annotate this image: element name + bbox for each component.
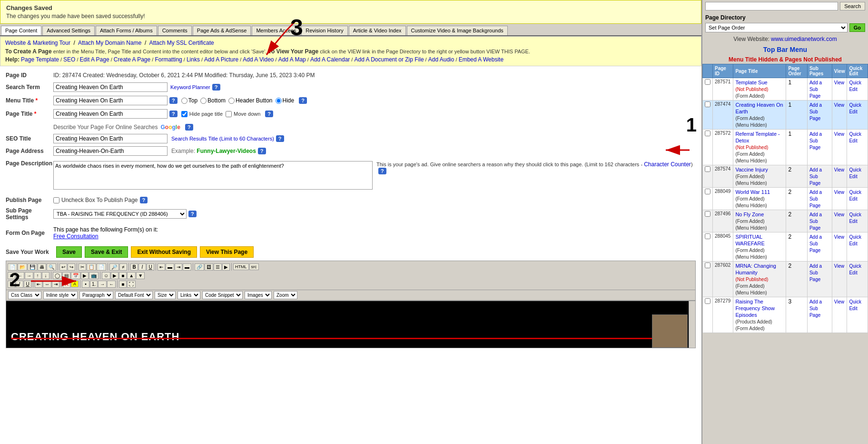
radio-hide-label[interactable]: Hide bbox=[276, 97, 295, 104]
help-edit-page[interactable]: Edit A Page bbox=[80, 56, 109, 63]
tb-new-doc[interactable]: 📄 bbox=[8, 263, 17, 271]
row-quick-edit-link[interactable]: Quick Edit bbox=[849, 102, 861, 114]
tb3-outdent[interactable]: ← bbox=[107, 281, 116, 288]
help-add-calendar[interactable]: Add A Calendar bbox=[310, 56, 350, 63]
tb3-indent[interactable]: → bbox=[98, 281, 107, 288]
radio-header[interactable] bbox=[228, 98, 235, 104]
links-select[interactable]: Links bbox=[178, 291, 200, 299]
row-checkbox[interactable] bbox=[705, 79, 710, 85]
radio-bottom-label[interactable]: Bottom bbox=[200, 97, 226, 104]
help-add-map[interactable]: Add A Map bbox=[278, 56, 306, 63]
go-button[interactable]: Go bbox=[849, 23, 865, 32]
publish-help[interactable]: ? bbox=[140, 197, 148, 203]
help-page-template[interactable]: Page Template bbox=[21, 56, 59, 63]
radio-header-label[interactable]: Header Button bbox=[228, 97, 272, 104]
tb2-4[interactable]: ↑ bbox=[34, 272, 41, 279]
row-checkbox[interactable] bbox=[705, 189, 710, 194]
tb3-color[interactable]: A bbox=[63, 281, 70, 288]
tb3-bg-color[interactable]: A bbox=[71, 281, 79, 287]
save-button[interactable]: Save bbox=[56, 246, 82, 258]
exit-without-saving-button[interactable]: Exit Without Saving bbox=[131, 246, 197, 258]
tab-comments[interactable]: Comments bbox=[158, 26, 192, 35]
row-add-sub-link[interactable]: Add a Sub Page bbox=[809, 212, 822, 231]
view-this-page-button[interactable]: View This Page bbox=[200, 246, 254, 258]
tb2-6[interactable]: ◯ bbox=[53, 272, 62, 279]
row-view-link[interactable]: View bbox=[834, 212, 845, 217]
zoom-select[interactable]: Zoom bbox=[274, 291, 297, 299]
paragraph-select[interactable]: Paragraph bbox=[79, 291, 113, 299]
tb-video[interactable]: ▶ bbox=[222, 263, 230, 271]
css-class-select[interactable]: Css Class bbox=[8, 291, 41, 299]
tb-align-left[interactable]: ⇤ bbox=[158, 263, 165, 271]
row-add-sub-link[interactable]: Add a Sub Page bbox=[809, 131, 822, 150]
tb3-bold[interactable]: B bbox=[8, 281, 15, 288]
set-page-order-select[interactable]: Set Page Order bbox=[705, 23, 848, 32]
move-down-label[interactable]: Move down bbox=[226, 111, 260, 117]
tb2-9[interactable]: ▶ bbox=[81, 272, 89, 279]
tab-customize-video[interactable]: Customize Video & Image Backgrounds bbox=[407, 26, 508, 35]
size-select[interactable]: Size bbox=[155, 291, 176, 299]
tab-page-ads[interactable]: Page Ads & AdSense bbox=[193, 26, 251, 35]
help-create-page[interactable]: Create A Page bbox=[114, 56, 150, 63]
row-add-sub-link[interactable]: Add a Sub Page bbox=[809, 263, 822, 282]
menu-title-input[interactable] bbox=[53, 96, 168, 105]
tb3-italic[interactable]: I bbox=[16, 281, 23, 288]
help-seo[interactable]: SEO bbox=[63, 56, 75, 63]
tb2-2[interactable]: ← bbox=[16, 272, 24, 279]
page-address-help[interactable]: ? bbox=[258, 148, 266, 154]
help-links[interactable]: Links bbox=[187, 56, 200, 63]
font-select[interactable]: Default Font bbox=[115, 291, 153, 299]
row-page-title-link[interactable]: Referral Template - Detox bbox=[735, 131, 779, 143]
page-desc-textarea[interactable]: As worldwide chaos rises in every moment… bbox=[53, 161, 373, 190]
radio-top-label[interactable]: Top bbox=[181, 97, 197, 104]
tb-undo[interactable]: ↩ bbox=[59, 263, 67, 271]
row-page-title-link[interactable]: Creating Heaven On Earth bbox=[735, 102, 783, 114]
page-title-help-btn[interactable]: ? bbox=[169, 111, 178, 117]
row-view-link[interactable]: View bbox=[834, 80, 845, 85]
row-page-title-link[interactable]: MRNA: Changing Humanity bbox=[735, 263, 776, 275]
link-website-tour[interactable]: Website & Marketing Tour bbox=[5, 40, 70, 46]
row-checkbox[interactable] bbox=[705, 166, 710, 172]
seo-desc-help[interactable]: ? bbox=[185, 124, 193, 131]
inline-style-select[interactable]: Inline style bbox=[43, 291, 78, 299]
publish-checkbox[interactable] bbox=[53, 197, 59, 203]
row-add-sub-link[interactable]: Add a Sub Page bbox=[809, 167, 822, 186]
tb2-15[interactable]: ▼ bbox=[136, 272, 145, 279]
row-page-title-link[interactable]: Template Sue bbox=[735, 80, 767, 85]
editor-scrollbar[interactable] bbox=[689, 301, 695, 348]
tb-open[interactable]: 📂 bbox=[18, 263, 27, 271]
tb2-14[interactable]: ▲ bbox=[127, 272, 136, 279]
row-quick-edit-link[interactable]: Quick Edit bbox=[849, 263, 861, 275]
row-quick-edit-link[interactable]: Quick Edit bbox=[849, 234, 861, 246]
row-quick-edit-link[interactable]: Quick Edit bbox=[849, 212, 861, 224]
tb3-align-center[interactable]: ↔ bbox=[43, 281, 51, 288]
tb-redo[interactable]: ↪ bbox=[68, 263, 75, 271]
row-add-sub-link[interactable]: Add a Sub Page bbox=[809, 234, 822, 253]
row-view-link[interactable]: View bbox=[834, 102, 845, 108]
hide-page-title-checkbox[interactable] bbox=[181, 111, 187, 117]
tb-replace[interactable]: ≠ bbox=[119, 263, 127, 271]
tb2-12[interactable]: ▶ bbox=[111, 272, 118, 279]
row-checkbox[interactable] bbox=[705, 131, 710, 136]
code-snippet-select[interactable]: Code Snippet bbox=[202, 291, 243, 299]
sub-page-help[interactable]: ? bbox=[188, 211, 197, 217]
menu-pos-help-btn[interactable]: ? bbox=[299, 97, 307, 104]
tb-paste[interactable]: 📄 bbox=[97, 263, 106, 271]
tb-justify[interactable]: ▬ bbox=[183, 263, 191, 271]
row-checkbox[interactable] bbox=[705, 211, 710, 217]
tab-article-video[interactable]: Article & Video Index bbox=[349, 26, 406, 35]
editor-content-area[interactable]: CREATING HEAVEN ON EARTH bbox=[6, 301, 696, 348]
hide-page-title-label[interactable]: Hide page title bbox=[181, 111, 223, 117]
row-add-sub-link[interactable]: Add a Sub Page bbox=[809, 190, 822, 208]
radio-hide[interactable] bbox=[276, 98, 282, 104]
page-title-input[interactable] bbox=[53, 109, 168, 119]
tb-source[interactable]: src bbox=[249, 263, 259, 270]
help-add-document[interactable]: Add A Document or Zip File bbox=[354, 56, 424, 63]
help-formatting[interactable]: Formatting bbox=[155, 56, 182, 63]
sidebar-search-input[interactable] bbox=[705, 2, 838, 10]
tb3-align-left[interactable]: ⇤ bbox=[35, 281, 42, 288]
row-checkbox[interactable] bbox=[705, 101, 710, 107]
tb2-3[interactable]: → bbox=[25, 272, 33, 279]
tab-members-access[interactable]: Members Access bbox=[252, 26, 300, 35]
tb2-1[interactable]: □ bbox=[8, 272, 15, 279]
